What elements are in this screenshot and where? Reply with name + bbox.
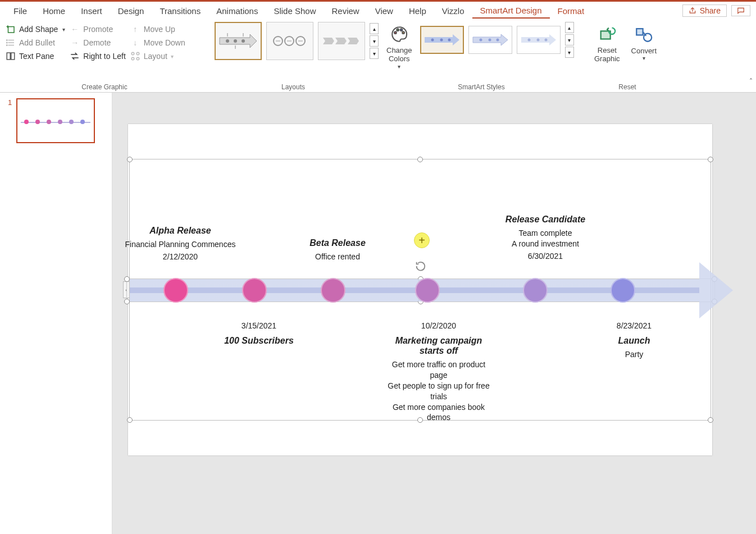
tab-design[interactable]: Design <box>110 4 152 18</box>
svg-point-10 <box>136 52 139 55</box>
ribbon-tabs: File Home Insert Design Transitions Anim… <box>0 2 756 20</box>
resize-handle-se[interactable] <box>708 417 713 423</box>
text-pane-label: Text Pane <box>19 52 54 61</box>
svg-point-14 <box>226 39 229 43</box>
move-up-icon: ↑ <box>130 24 140 34</box>
add-bullet-button[interactable]: Add Bullet <box>6 38 65 48</box>
timeline-event-1[interactable]: Alpha ReleaseFinancial Planning Commence… <box>124 226 236 261</box>
timeline-dot-2[interactable] <box>242 278 267 303</box>
timeline-dot-1[interactable] <box>163 278 188 303</box>
style-option-3[interactable] <box>517 26 561 54</box>
reset-graphic-label: Reset Graphic <box>594 47 620 63</box>
tab-review[interactable]: Review <box>324 4 367 18</box>
resize-handle-sw[interactable] <box>127 417 133 423</box>
comments-button[interactable] <box>731 5 750 16</box>
inner-handle-nw[interactable] <box>124 276 130 282</box>
timeline-dot-4[interactable] <box>415 278 440 303</box>
svg-point-31 <box>400 29 402 31</box>
svg-point-29 <box>394 31 397 34</box>
svg-point-34 <box>431 39 434 42</box>
timeline-dot-3[interactable] <box>321 278 345 303</box>
demote-button[interactable]: → Demote <box>70 38 126 48</box>
styles-up[interactable]: ▴ <box>565 22 574 33</box>
timeline-arrow[interactable] <box>130 268 733 313</box>
tab-format[interactable]: Format <box>550 4 593 18</box>
timeline-event-2[interactable]: 3/15/2021100 Subscribers <box>203 319 315 349</box>
svg-rect-8 <box>11 53 15 60</box>
svg-point-30 <box>397 29 399 31</box>
layout-option-1[interactable] <box>215 22 262 60</box>
resize-handle-n[interactable] <box>417 157 423 162</box>
timeline-event-5[interactable]: Release CandidateTeam completeA round in… <box>489 214 602 261</box>
svg-marker-13 <box>220 34 257 48</box>
convert-icon <box>634 24 654 44</box>
resize-handle-nw[interactable] <box>127 157 133 162</box>
move-up-button[interactable]: ↑ Move Up <box>130 24 185 34</box>
demote-label: Demote <box>83 38 111 47</box>
right-to-left-icon <box>70 51 80 61</box>
tab-smartart-design[interactable]: SmartArt Design <box>472 3 550 19</box>
tab-vizzlo[interactable]: Vizzlo <box>434 4 472 18</box>
slide-editor[interactable]: ‹ <box>112 93 756 534</box>
svg-point-11 <box>131 57 134 60</box>
styles-more[interactable]: ▾ <box>565 47 574 58</box>
group-label-layouts: Layouts <box>215 82 372 91</box>
workspace: 1 ‹ <box>0 93 756 534</box>
timeline-event-3[interactable]: Beta ReleaseOffice rented <box>281 238 394 262</box>
style-option-2[interactable] <box>468 26 512 54</box>
promote-button[interactable]: ← Promote <box>70 24 126 34</box>
add-bullet-label: Add Bullet <box>19 38 55 47</box>
layout-option-3[interactable] <box>318 22 365 60</box>
svg-point-12 <box>136 57 139 60</box>
promote-icon: ← <box>70 24 80 34</box>
tab-file[interactable]: File <box>6 4 35 18</box>
right-to-left-button[interactable]: Right to Left <box>70 51 126 61</box>
change-colors-button[interactable]: Change Colors ▾ <box>383 22 416 72</box>
event-title: Alpha Release <box>124 226 236 236</box>
timeline-dot-6[interactable] <box>611 278 635 303</box>
tab-insert[interactable]: Insert <box>73 4 110 18</box>
svg-point-9 <box>131 52 134 55</box>
tab-home[interactable]: Home <box>35 4 73 18</box>
timeline-event-4[interactable]: 10/2/2020Marketing campaign starts offGe… <box>382 319 495 423</box>
add-shape-button[interactable]: Add Shape ▾ <box>6 24 65 34</box>
timeline-event-6[interactable]: 8/23/2021LaunchParty <box>578 319 690 360</box>
share-button[interactable]: Share <box>682 4 727 17</box>
event-title: Release Candidate <box>489 214 602 225</box>
move-down-button[interactable]: ↓ Move Down <box>130 38 185 48</box>
svg-point-43 <box>536 39 539 42</box>
svg-point-36 <box>448 39 450 42</box>
palette-icon <box>389 24 409 44</box>
slide-thumbnail-1[interactable] <box>16 98 95 143</box>
event-detail: Office rented <box>281 252 394 262</box>
add-event-marker[interactable]: + <box>414 232 430 248</box>
timeline-dot-5[interactable] <box>523 278 548 303</box>
tab-transitions[interactable]: Transitions <box>152 4 208 18</box>
tab-view[interactable]: View <box>367 4 401 18</box>
text-pane-button[interactable]: Text Pane <box>6 51 65 61</box>
reset-graphic-icon <box>597 24 617 44</box>
slide-thumbnails-panel: 1 <box>0 93 112 534</box>
convert-button[interactable]: Convert ▾ <box>628 22 661 63</box>
chevron-down-icon: ▾ <box>62 26 65 33</box>
styles-spinner: ▴ ▾ ▾ <box>565 22 574 58</box>
layout-button[interactable]: Layout ▾ <box>130 51 185 61</box>
tab-slideshow[interactable]: Slide Show <box>266 4 324 18</box>
event-title: Marketing campaign starts off <box>382 336 495 356</box>
slide-canvas[interactable]: ‹ <box>128 124 712 455</box>
tab-animations[interactable]: Animations <box>208 4 266 18</box>
right-to-left-label: Right to Left <box>83 52 126 61</box>
event-detail: Financial Planning Commences <box>124 239 236 250</box>
share-label: Share <box>700 6 721 15</box>
layout-label: Layout <box>144 52 167 61</box>
smartart-selection-frame[interactable]: ‹ <box>129 159 711 421</box>
inner-handle-sw[interactable] <box>124 299 130 304</box>
layout-option-2[interactable] <box>266 22 313 60</box>
collapse-ribbon-icon[interactable]: ˄ <box>749 77 753 85</box>
style-option-1[interactable] <box>420 26 464 54</box>
resize-handle-ne[interactable] <box>708 157 713 162</box>
tab-help[interactable]: Help <box>401 4 434 18</box>
reset-graphic-button[interactable]: Reset Graphic <box>591 22 623 66</box>
styles-down[interactable]: ▾ <box>565 34 574 45</box>
svg-rect-7 <box>7 53 10 60</box>
